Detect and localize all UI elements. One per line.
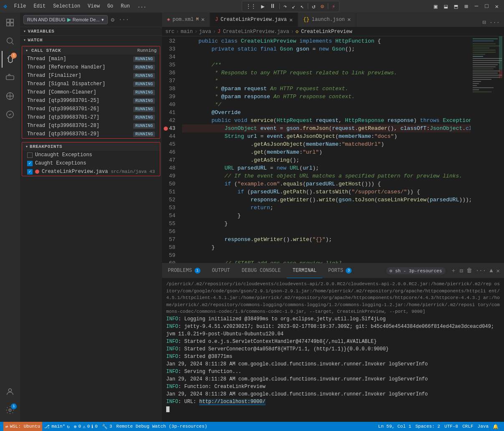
thread-qtp-27[interactable]: Thread [qtp399683701-27] RUNNING <box>22 113 160 122</box>
thread-main[interactable]: Thread [main] RUNNING <box>22 55 160 63</box>
breadcrumb-main[interactable]: main <box>181 29 193 35</box>
tab-json[interactable]: {} launch.json ✕ <box>298 13 356 27</box>
status-remote-debug[interactable]: 🔧 3 <box>100 422 114 431</box>
thread-qtp-29[interactable]: Thread [qtp399683701-29] RUNNING <box>22 130 160 138</box>
status-branch[interactable]: ⎇ main* ↻ <box>42 422 72 431</box>
terminal-content[interactable]: /pierrick/.m2/repository/io/cloudevents/… <box>162 278 504 422</box>
new-terminal-button[interactable]: ＋ <box>450 266 457 275</box>
close-panel-button[interactable]: ✕ <box>496 266 501 275</box>
more-tabs-button[interactable]: ··· <box>489 18 501 27</box>
thread-name: Thread [Signal Dispatcher] <box>27 81 105 87</box>
activity-remote[interactable] <box>2 88 18 104</box>
tab-debug-console[interactable]: DEBUG CONSOLE <box>236 264 287 278</box>
menu-file[interactable]: File <box>11 3 30 10</box>
tab-pom-close[interactable]: ✕ <box>201 16 205 23</box>
menu-edit[interactable]: Edit <box>30 3 49 10</box>
trash-button[interactable]: 🗑 <box>466 266 473 275</box>
svg-point-6 <box>8 389 11 392</box>
tab-pom[interactable]: ◈ pom.xml M ✕ <box>162 13 210 27</box>
bp-uncaught[interactable]: Uncaught Exceptions <box>22 151 160 159</box>
close-button[interactable]: ✕ <box>493 2 501 11</box>
menu-view[interactable]: View <box>84 3 103 10</box>
svg-rect-14 <box>473 50 496 51</box>
maximize-panel-button[interactable]: ▲ <box>489 266 494 275</box>
activity-search[interactable] <box>2 33 18 49</box>
activity-extensions[interactable] <box>2 69 18 86</box>
thread-qtp-28[interactable]: Thread [qtp399683701-28] RUNNING <box>22 122 160 130</box>
activity-debug[interactable]: 1 <box>2 51 18 68</box>
menu-go[interactable]: Go <box>104 3 117 10</box>
status-errors[interactable]: ⊗ 0 ⚠ 0 ℹ 0 <box>72 422 100 431</box>
terminal-line-1: /pierrick/.m2/repository/io/cloudevents/… <box>166 281 500 315</box>
breadcrumb-java[interactable]: java <box>199 29 211 35</box>
step-over-button[interactable]: ↷ <box>282 2 288 11</box>
status-notifications[interactable]: 🔔 <box>491 424 501 429</box>
layout-split-button[interactable]: ⬒ <box>452 2 460 11</box>
breadcrumb-file[interactable]: CreateLinkPreview.java <box>223 29 289 35</box>
tab-json-close[interactable]: ✕ <box>347 16 351 23</box>
code-editor[interactable]: 32 33 34 35 36 37 38 39 40 41 42 43 44 <box>162 36 471 263</box>
stop-button[interactable]: ⚡ <box>331 2 337 11</box>
activity-test[interactable] <box>2 106 18 123</box>
tab-terminal[interactable]: TERMINAL <box>286 264 322 278</box>
watch-header[interactable]: ▾ WATCH <box>20 36 162 44</box>
split-editor-button[interactable]: ⊟ <box>481 18 486 27</box>
layout-panel-button[interactable]: ⬓ <box>442 2 449 11</box>
layout-sidebar-button[interactable]: ▣ <box>432 2 439 11</box>
step-out-button[interactable]: ↖ <box>299 2 305 11</box>
call-stack-header[interactable]: ▾ CALL STACK Running <box>22 46 160 55</box>
bp-file[interactable]: ✓ CreateLinkPreview.java src/main/java 4… <box>22 167 160 176</box>
status-position[interactable]: Ln 59, Col 1 <box>376 424 413 429</box>
status-wsl[interactable]: ⇌ WSL: Ubuntu <box>3 422 42 431</box>
code-content[interactable]: public class CreateLinkPreview implement… <box>182 36 471 263</box>
thread-finalizer[interactable]: Thread [Finalizer] RUNNING <box>22 71 160 80</box>
bp-caught[interactable]: ✓ Caught Exceptions <box>22 159 160 167</box>
thread-common-cleaner[interactable]: Thread [Common-Cleaner] RUNNING <box>22 88 160 96</box>
code-line-38: * @param request An HTTP request context… <box>182 85 471 93</box>
gear-icon[interactable]: ⚙ <box>110 15 115 24</box>
debug-sidebar: RUN AND DEBUG ▶ Remote De... ▾ ⚙ ··· ▾ V… <box>20 13 162 422</box>
breadcrumb-src[interactable]: src <box>165 29 175 35</box>
layout-grid-button[interactable]: ⊞ <box>462 2 470 11</box>
tab-ports[interactable]: PORTS 3 <box>322 264 357 278</box>
pause-button[interactable]: ⏸ <box>268 2 277 10</box>
split-terminal-button[interactable]: ⊟ <box>459 266 464 275</box>
minimize-button[interactable]: ─ <box>473 2 480 10</box>
activity-account[interactable] <box>2 383 18 400</box>
maximize-button[interactable]: □ <box>483 2 490 10</box>
thread-signal-dispatcher[interactable]: Thread [Signal Dispatcher] RUNNING <box>22 80 160 88</box>
menu-bar: File Edit Selection View Go Run ... <box>11 3 150 10</box>
tab-java[interactable]: J CreateLinkPreview.java ✕ <box>210 13 298 27</box>
step-into-button[interactable]: ↙ <box>291 2 296 11</box>
tab-java-close[interactable]: ✕ <box>289 16 293 23</box>
bp-caught-checkbox[interactable]: ✓ <box>27 161 33 166</box>
running-status: Running <box>137 48 157 53</box>
run-to-cursor-button[interactable]: ⊙ <box>319 2 325 11</box>
status-language[interactable]: Java <box>476 424 491 429</box>
tab-problems[interactable]: PROBLEMS 1 <box>162 264 206 278</box>
status-spaces[interactable]: Spaces: 2 <box>413 424 442 429</box>
menu-more[interactable]: ... <box>134 3 150 10</box>
breakpoints-header[interactable]: ▾ BREAKPOINTS <box>22 142 160 151</box>
status-line-ending[interactable]: CRLF <box>460 424 475 429</box>
thread-ref-handler[interactable]: Thread [Reference Handler] RUNNING <box>22 63 160 71</box>
status-encoding[interactable]: UTF-8 <box>442 424 460 429</box>
activity-explorer[interactable] <box>2 14 18 31</box>
more-actions-icon[interactable]: ··· <box>118 15 130 24</box>
bp-file-checkbox[interactable]: ✓ <box>27 169 33 175</box>
menu-selection[interactable]: Selection <box>50 3 84 10</box>
tab-output[interactable]: OUTPUT <box>206 264 236 278</box>
variables-header[interactable]: ▾ VARIABLES <box>20 27 162 35</box>
run-debug-button[interactable]: RUN AND DEBUG ▶ Remote De... ▾ <box>23 15 108 24</box>
status-remote-watch[interactable]: Remote Debug Watch (3p-resources) <box>114 422 210 431</box>
bp-location: src/main/java 43 <box>111 169 155 174</box>
continue-button[interactable]: ▶ <box>260 2 266 11</box>
activity-settings[interactable]: 1 <box>2 402 18 418</box>
thread-qtp-25[interactable]: Thread [qtp399683701-25] RUNNING <box>22 96 160 105</box>
more-panel-button[interactable]: ··· <box>475 266 487 275</box>
bp-uncaught-checkbox[interactable] <box>27 152 33 158</box>
menu-run[interactable]: Run <box>117 3 133 10</box>
breadcrumb-class[interactable]: CreateLinkPreview <box>301 29 352 35</box>
restart-button[interactable]: ↺ <box>311 2 317 11</box>
thread-qtp-26[interactable]: Thread [qtp399683701-26] RUNNING <box>22 105 160 113</box>
